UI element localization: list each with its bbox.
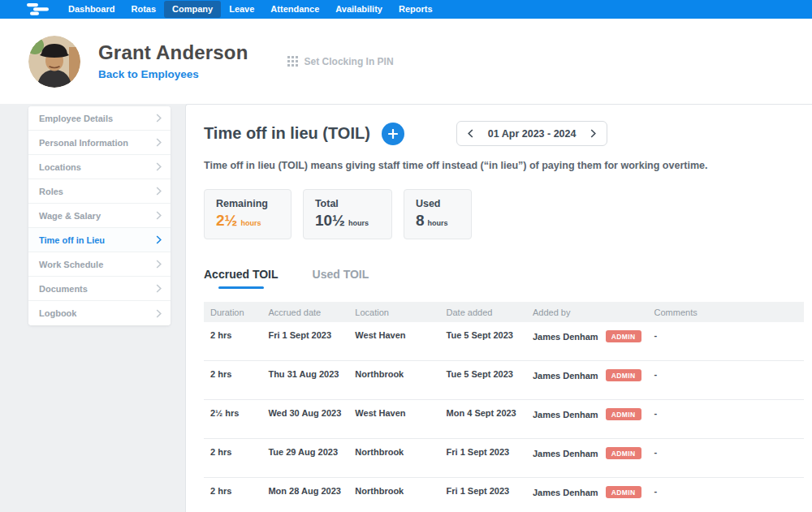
stat-value: 2½ [216,212,237,230]
stat-label: Used [416,198,448,209]
cell-comments: - [648,400,804,439]
column-header-date-added: Date added [440,302,526,322]
toil-tabs: Accrued TOIL Used TOIL [204,268,804,289]
cell-accrued-date: Thu 31 Aug 2023 [261,361,348,400]
stat-card-used: Used 8 hours [404,189,472,239]
sidebar-item-label: Roles [39,187,63,196]
chevron-left-icon [468,129,473,138]
cell-duration: 2 hrs [204,322,261,361]
chevron-right-icon [156,309,162,318]
cell-added-by: James DenhamADMIN [526,439,648,478]
cell-location: Northbrook [348,361,439,400]
sidebar-item-employee-details[interactable]: Employee Details [28,106,171,131]
admin-badge: ADMIN [606,369,641,381]
admin-badge: ADMIN [606,447,641,459]
added-by-name: James Denham [533,488,598,497]
cell-accrued-date: Wed 30 Aug 2023 [261,400,348,439]
cell-added-by: James DenhamADMIN [526,322,648,361]
employee-identity: Grant Anderson Back to Employees [98,41,248,81]
chevron-right-icon [156,114,162,123]
stat-card-remaining: Remaining 2½ hours [204,189,292,239]
tab-used-toil[interactable]: Used TOIL [313,268,369,289]
sidebar-item-personal-information[interactable]: Personal Information [28,131,171,155]
sidebar-item-label: Locations [39,162,81,172]
toil-stats: Remaining 2½ hours Total 10½ hours Used … [204,189,804,239]
rotacloud-logo-icon[interactable] [24,2,50,16]
admin-badge: ADMIN [606,408,641,420]
added-by-name: James Denham [533,449,598,458]
nav-item-company[interactable]: Company [164,1,221,18]
avatar [28,36,80,88]
stat-unit: hours [348,219,369,227]
sidebar-item-time-off-in-lieu[interactable]: Time off in Lieu [28,228,171,252]
cell-comments: - [648,322,804,361]
tab-accrued-toil[interactable]: Accrued TOIL [204,268,279,289]
employee-sidebar: Employee Details Personal Information Lo… [28,106,171,325]
cell-added-by: James DenhamADMIN [526,400,648,439]
added-by-name: James Denham [533,410,598,419]
cell-date-added: Mon 4 Sept 2023 [440,400,526,439]
table-row: 2½ hrs Wed 30 Aug 2023 West Haven Mon 4 … [204,400,804,439]
cell-added-by: James DenhamADMIN [526,361,648,400]
set-clocking-pin-button[interactable]: Set Clocking In PIN [287,56,394,67]
chevron-right-icon [156,187,162,196]
stat-label: Remaining [216,198,268,209]
sidebar-item-documents[interactable]: Documents [28,277,171,301]
sidebar-item-label: Documents [39,284,88,294]
admin-badge: ADMIN [606,330,641,342]
stat-unit: hours [427,219,447,227]
toil-title: Time off in lieu (TOIL) [204,124,370,143]
cell-date-added: Fri 1 Sept 2023 [440,478,526,512]
cell-comments: - [648,361,804,400]
sidebar-item-logbook[interactable]: Logbook [28,301,171,325]
nav-item-reports[interactable]: Reports [391,1,441,18]
stat-card-total: Total 10½ hours [303,189,392,239]
stat-value: 10½ [315,212,345,230]
cell-duration: 2½ hrs [204,400,261,439]
nav-item-attendance[interactable]: Attendance [262,1,327,18]
chevron-right-icon [156,284,162,293]
nav-item-rotas[interactable]: Rotas [123,1,164,18]
cell-location: Northbrook [348,439,439,478]
table-row: 2 hrs Thu 31 Aug 2023 Northbrook Tue 5 S… [204,361,804,400]
cell-location: West Haven [348,322,439,361]
sidebar-item-roles[interactable]: Roles [28,179,171,204]
cell-date-added: Tue 5 Sept 2023 [440,322,526,361]
cell-accrued-date: Mon 28 Aug 2023 [261,478,348,512]
toil-panel: Time off in lieu (TOIL) 01 Apr 2023 - 20… [185,104,812,512]
nav-item-leave[interactable]: Leave [221,1,262,18]
cell-duration: 2 hrs [204,439,261,478]
stat-label: Total [315,198,369,209]
set-clocking-pin-label: Set Clocking In PIN [304,56,394,67]
cell-accrued-date: Tue 29 Aug 2023 [261,439,348,478]
add-toil-button[interactable] [382,123,404,145]
date-range-picker[interactable]: 01 Apr 2023 - 2024 [456,121,608,146]
cell-added-by: James DenhamADMIN [526,478,648,512]
chevron-right-icon [156,211,162,220]
column-header-duration: Duration [204,302,261,322]
date-prev-button[interactable] [460,122,482,145]
sidebar-item-work-schedule[interactable]: Work Schedule [28,252,171,277]
added-by-name: James Denham [533,332,598,342]
back-to-employees-link[interactable]: Back to Employees [98,68,199,80]
nav-item-availability[interactable]: Availability [327,1,391,18]
admin-badge: ADMIN [606,486,641,498]
sidebar-item-label: Work Schedule [39,260,103,269]
chevron-right-icon [156,260,162,269]
sidebar-item-wage-salary[interactable]: Wage & Salary [28,204,171,228]
column-header-accrued-date: Accrued date [261,302,348,322]
content-area: Employee Details Personal Information Lo… [0,104,812,512]
nav-item-dashboard[interactable]: Dashboard [60,1,123,18]
table-row: 2 hrs Mon 28 Aug 2023 Northbrook Fri 1 S… [204,478,804,512]
employee-name: Grant Anderson [98,41,248,64]
top-navbar: Dashboard Rotas Company Leave Attendance… [0,0,812,19]
date-range-label: 01 Apr 2023 - 2024 [482,128,583,140]
sidebar-item-locations[interactable]: Locations [28,155,171,179]
sidebar-item-label: Time off in Lieu [39,235,105,245]
cell-comments: - [648,478,804,512]
table-header-row: Duration Accrued date Location Date adde… [204,302,804,322]
chevron-right-icon [590,129,596,138]
cell-location: Northbrook [348,478,439,512]
date-next-button[interactable] [582,122,603,145]
table-row: 2 hrs Tue 29 Aug 2023 Northbrook Fri 1 S… [204,439,804,478]
